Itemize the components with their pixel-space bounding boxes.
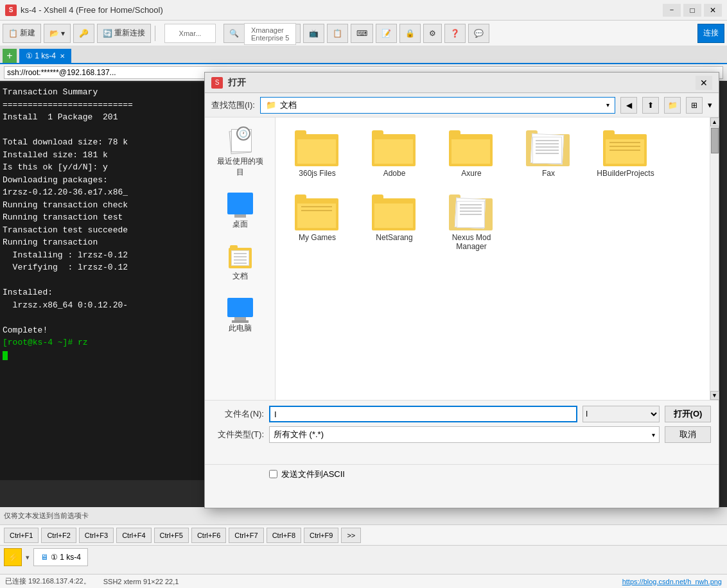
- properties-button[interactable]: 🔑: [73, 24, 94, 43]
- computer-icon: [227, 295, 253, 320]
- term-line: lrzsz.x86_64 0:0.12.20-: [3, 299, 202, 312]
- documents-icon: [227, 243, 253, 268]
- text-send-row: 仅将文本发送到当前选项卡: [0, 507, 727, 525]
- keyboard-icon: ⌨: [356, 29, 367, 38]
- main-toolbar: 📋 新建 📂 ▾ 🔑 🔄 重新连接 Xmar... 🔍 ⊞ 🌐 ▾: [0, 21, 727, 46]
- term-line: [3, 124, 202, 137]
- more-ctrl-button[interactable]: >>: [341, 528, 361, 543]
- new-tab-button[interactable]: +: [3, 49, 17, 63]
- open-button[interactable]: 打开(O): [665, 406, 711, 422]
- view-icon: ⊞: [691, 101, 697, 110]
- tab-close-button[interactable]: ✕: [60, 53, 65, 60]
- dialog-close-button[interactable]: ✕: [696, 76, 712, 90]
- desktop-icon: [227, 191, 253, 216]
- window-close-button[interactable]: ✕: [704, 4, 722, 17]
- file-item-fax[interactable]: Fax: [513, 124, 584, 182]
- addr-label: 查找范围(I):: [211, 99, 255, 111]
- terminal-button[interactable]: 📺: [303, 24, 324, 43]
- reconnect-button[interactable]: 🔄 重新连接: [97, 24, 151, 43]
- term-line: Downloading packages:: [3, 174, 202, 187]
- help-icon: ❓: [450, 29, 460, 38]
- term-line: Transaction Summary: [3, 86, 202, 99]
- ctrl-f9-button[interactable]: Ctrl+F9: [304, 528, 338, 543]
- folder-icon-adobe: [372, 128, 417, 166]
- filetype-label: 文件类型(T):: [213, 429, 264, 440]
- filename-history-combo[interactable]: I: [582, 406, 660, 422]
- bottom-panel: 仅将文本发送到当前选项卡 Ctrl+F1 Ctrl+F2 Ctrl+F3 Ctr…: [0, 507, 727, 574]
- session-select-button[interactable]: 🖥 ① 1 ks-4: [33, 548, 88, 566]
- chat-button[interactable]: 💬: [468, 24, 489, 43]
- filename-label: 文件名(N):: [213, 408, 264, 420]
- sidebar-item-recent[interactable]: 🕐 最近使用的项目: [211, 124, 269, 182]
- file-item-netsarang[interactable]: NetSarang: [359, 188, 430, 255]
- term-line: Transaction test succeede: [3, 224, 202, 237]
- filetype-combo[interactable]: 所有文件 (*.*) ▾: [269, 426, 660, 443]
- scroll-thumb[interactable]: [711, 128, 719, 153]
- folder-icon-nexus: [449, 192, 494, 230]
- file-name-360js: 360js Files: [299, 169, 335, 178]
- ctrl-f4-button[interactable]: Ctrl+F4: [116, 528, 151, 543]
- ctrl-f8-button[interactable]: Ctrl+F8: [267, 528, 301, 543]
- file-item-adobe[interactable]: Adobe: [359, 124, 430, 182]
- dialog-sidebar: 🕐 最近使用的项目 桌面: [205, 117, 276, 400]
- file-item-axure[interactable]: Axure: [436, 124, 507, 182]
- connect-area-button[interactable]: 连接: [697, 24, 724, 43]
- file-item-hbuilder[interactable]: HBuilderProjects: [590, 124, 661, 182]
- term-line: Running transaction check: [3, 199, 202, 212]
- help-button[interactable]: ❓: [444, 24, 466, 43]
- ctrl-f2-button[interactable]: Ctrl+F2: [41, 528, 76, 543]
- recent-icon: 🕐: [227, 128, 253, 153]
- file-item-mygames[interactable]: My Games: [282, 188, 353, 255]
- term-line: Is this ok [y/d/N]: y: [3, 161, 202, 174]
- minimize-button[interactable]: －: [663, 4, 681, 17]
- sidebar-item-documents[interactable]: 文档: [211, 239, 269, 286]
- dialog-form: 文件名(N): I 打开(O) 文件类型(T): 所有文件 (*.*) ▾ 取消: [205, 400, 719, 464]
- keyboard-button[interactable]: ⌨: [351, 24, 373, 43]
- sidebar-item-desktop[interactable]: 桌面: [211, 187, 269, 234]
- file-scrollbar[interactable]: ▲ ▼: [710, 117, 719, 400]
- lock-button[interactable]: 🔒: [399, 24, 421, 43]
- open-button[interactable]: 📂 ▾: [44, 24, 71, 43]
- file-item-nexus[interactable]: Nexus Mod Manager: [436, 188, 507, 255]
- location-combo[interactable]: 📁 文档 ▾: [260, 97, 615, 114]
- dialog-address-row: 查找范围(I): 📁 文档 ▾ ◀ ⬆ 📁 ⊞ ▾: [205, 93, 719, 117]
- app-icon: S: [5, 4, 17, 16]
- ctrl-f6-button[interactable]: Ctrl+F6: [191, 528, 226, 543]
- maximize-button[interactable]: □: [683, 4, 701, 17]
- nav-new-folder-button[interactable]: 📁: [664, 97, 681, 114]
- term-cursor-line: [3, 349, 202, 362]
- new-session-button[interactable]: 📋 新建: [3, 24, 41, 43]
- nav-up-button[interactable]: ⬆: [642, 97, 659, 114]
- chat-icon: 💬: [474, 29, 484, 38]
- sidebar-item-computer[interactable]: 此电脑: [211, 291, 269, 338]
- nav-view-button[interactable]: ⊞: [686, 97, 703, 114]
- nav-back-button[interactable]: ◀: [620, 97, 637, 114]
- cancel-button[interactable]: 取消: [665, 426, 711, 443]
- sidebar-recent-label: 最近使用的项目: [214, 156, 267, 178]
- scroll-down-arrow[interactable]: ▼: [710, 391, 719, 400]
- sftp-button[interactable]: 📋: [327, 24, 348, 43]
- ctrl-f7-button[interactable]: Ctrl+F7: [229, 528, 263, 543]
- folder-icon-netsarang: [372, 192, 417, 230]
- scroll-up-arrow[interactable]: ▲: [710, 117, 719, 126]
- filename-input[interactable]: [269, 406, 577, 422]
- ascii-label: 发送文件到ASCII: [281, 469, 345, 480]
- session-tab[interactable]: ① 1 ks-4 ✕: [19, 49, 71, 63]
- ctrl-f5-button[interactable]: Ctrl+F5: [154, 528, 189, 543]
- ctrl-f3-button[interactable]: Ctrl+F3: [79, 528, 114, 543]
- dialog-title-bar: S 打开 ✕: [205, 73, 719, 93]
- ctrl-f1-button[interactable]: Ctrl+F1: [4, 528, 39, 543]
- term-line: Verifying : lrzsz-0.12: [3, 261, 202, 274]
- term-line: Total download size: 78 k: [3, 136, 202, 149]
- script-button[interactable]: 📝: [376, 24, 397, 43]
- ascii-checkbox[interactable]: [269, 470, 277, 478]
- search-button[interactable]: 🔍: [223, 24, 245, 43]
- folder-icon-fax: [526, 128, 571, 166]
- status-link[interactable]: https://blog.csdn.net/h_nwh.png: [622, 578, 722, 585]
- script-icon: 📝: [381, 29, 391, 38]
- file-item-360js[interactable]: 360js Files: [282, 124, 353, 182]
- filename-row: 文件名(N): I 打开(O): [213, 406, 711, 422]
- settings-button[interactable]: ⚙: [423, 24, 442, 43]
- lightning-button[interactable]: ⚡: [4, 548, 22, 566]
- ctrl-buttons-row: Ctrl+F1 Ctrl+F2 Ctrl+F3 Ctrl+F4 Ctrl+F5 …: [0, 525, 727, 546]
